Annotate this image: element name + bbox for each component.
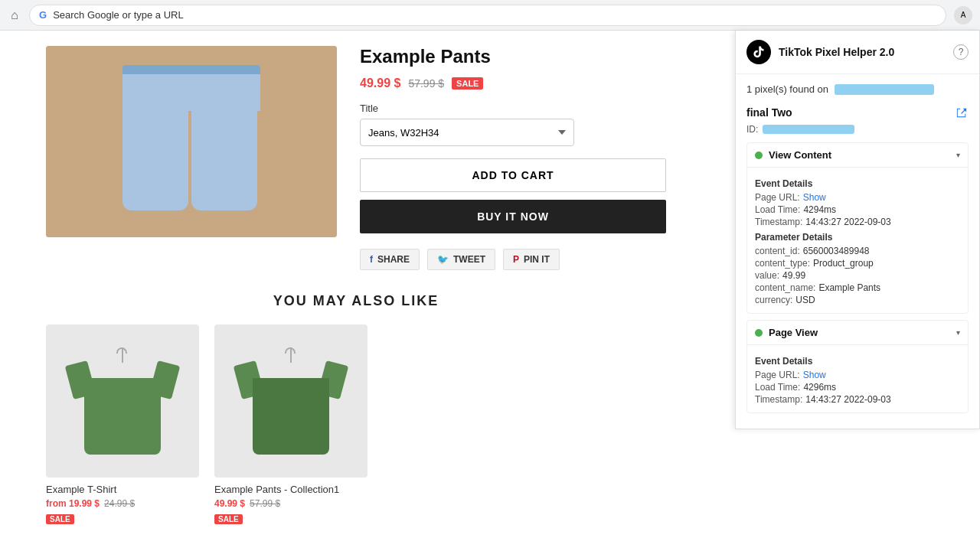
page-view-header-left: Page View [755,327,818,338]
jeans-legs [122,111,260,210]
load-time-row: Load Time: 4294ms [755,204,960,215]
content-id-row: content_id: 6560003489948 [755,246,960,256]
pv-load-time-key: Load Time: [755,382,800,393]
price-original: 57.99 $ [408,77,444,90]
pv-page-url-key: Page URL: [755,370,800,380]
page-view-chevron: ▾ [956,328,960,337]
product-card-pants: Example Pants - Collection1 49.99 $ 57.9… [214,324,368,524]
events-scroll-area[interactable]: View Content ▾ Event Details Page URL: S… [746,142,969,419]
tshirt-visual [77,347,168,455]
content-type-key: content_type: [755,258,810,269]
recommended-section-title: YOU MAY ALSO LIKE [46,293,666,309]
page-view-header[interactable]: Page View ▾ [747,321,968,344]
twitter-icon: 🐦 [437,254,449,265]
share-bar: f SHARE 🐦 TWEET P PIN IT [360,249,666,270]
content-name-val: Example Pants [818,282,880,293]
page-view-details-title: Event Details [755,356,960,367]
share-label: SHARE [377,254,410,265]
pv-page-url-value[interactable]: Show [803,370,826,380]
jeans-leg-right [191,111,257,210]
twitter-share-button[interactable]: 🐦 TWEET [427,249,495,270]
google-icon: G [39,9,47,21]
add-to-cart-button[interactable]: ADD TO CART [360,158,666,192]
price-current: 49.99 $ [360,77,400,90]
card-name-1: Example T-Shirt [46,484,199,495]
tshirt-hanger-2 [290,347,292,363]
panel-header-left: TikTok Pixel Helper 2.0 [746,40,894,64]
shop-content: Example Pants 49.99 $ 57.99 $ SALE Title… [0,31,712,540]
page-view-body: Event Details Page URL: Show Load Time: … [747,344,968,412]
pv-load-time-value: 4296ms [803,382,836,393]
timestamp-key: Timestamp: [755,217,802,227]
value-row: value: 49.99 [755,270,960,281]
tshirt-hanger [122,347,123,363]
products-grid: Example T-Shirt from 19.99 $ 24.99 $ SAL… [46,324,666,524]
pixel-id-value [763,125,854,134]
view-content-header[interactable]: View Content ▾ [747,143,968,167]
tiktok-panel: TikTok Pixel Helper 2.0 ? 1 pixel(s) fou… [735,31,980,429]
panel-title: TikTok Pixel Helper 2.0 [779,46,894,58]
address-bar[interactable]: G Search Google or type a URL [29,5,946,26]
page-container: Example Pants 49.99 $ 57.99 $ SALE Title… [0,31,980,540]
tweet-label: TWEET [453,254,485,265]
tshirt-body-2 [253,378,329,455]
pinterest-icon: P [513,254,519,265]
jeans-waistband [122,65,260,74]
home-icon[interactable]: ⌂ [8,8,21,22]
card-sale-badge-2: SALE [214,514,243,524]
pixel-section: final Two ID: [746,106,969,135]
content-id-key: content_id: [755,246,800,256]
tshirt-body [84,378,161,455]
card-price-current-2: 49.99 $ [214,498,245,509]
pv-timestamp-value: 14:43:27 2022-09-03 [805,394,890,405]
page-url-value[interactable]: Show [803,192,826,203]
pinterest-share-button[interactable]: P PIN IT [503,249,560,270]
jeans-top [122,74,260,111]
help-icon[interactable]: ? [953,44,969,60]
content-type-row: content_type: Product_group [755,258,960,269]
pixel-name-row: final Two [746,106,969,119]
external-link-icon[interactable] [955,106,969,119]
load-time-value: 4294ms [803,204,836,215]
view-content-label: View Content [769,149,831,161]
jeans-shape [122,65,260,218]
product-card-tshirt: Example T-Shirt from 19.99 $ 24.99 $ SAL… [46,324,199,524]
event-details-title: Event Details [755,178,960,189]
pv-load-time-row: Load Time: 4296ms [755,382,960,393]
event-header-left: View Content [755,149,831,161]
jeans-leg-left [122,111,188,210]
product-image [46,46,337,237]
tiktok-logo [746,40,771,64]
tshirt-image[interactable] [46,324,199,478]
title-select[interactable]: Jeans, W32H34 [360,119,574,146]
browser-bar: ⌂ G Search Google or type a URL A [0,0,980,31]
card-price-current-1: from 19.99 $ [46,498,100,509]
content-type-val: Product_group [813,258,874,269]
address-text: Search Google or type a URL [53,9,184,21]
view-content-event: View Content ▾ Event Details Page URL: S… [746,142,969,314]
card-prices-2: 49.99 $ 57.99 $ [214,498,368,509]
tshirt-neck-2 [279,363,302,378]
currency-key: currency: [755,295,792,305]
event-dot-green [755,152,763,159]
jeans-visual [46,46,337,237]
params-title: Parameter Details [755,232,960,243]
pv-timestamp-row: Timestamp: 14:43:27 2022-09-03 [755,394,960,405]
pv-timestamp-key: Timestamp: [755,394,802,405]
load-time-key: Load Time: [755,204,800,215]
pv-page-url-row: Page URL: Show [755,370,960,380]
buy-now-button[interactable]: BUY IT NOW [360,200,666,233]
facebook-share-button[interactable]: f SHARE [360,249,420,270]
content-name-key: content_name: [755,282,815,293]
value-key: value: [755,270,779,281]
page-view-dot [755,329,763,337]
pixels-found-text: 1 pixel(s) found on [746,83,828,95]
pants-collection-image[interactable] [214,324,368,478]
content-id-val: 6560003489948 [803,246,870,256]
browser-right-icons: A [954,6,972,24]
pixel-id-label: ID: [746,124,758,135]
card-name-2: Example Pants - Collection1 [214,484,368,495]
user-avatar: A [954,6,972,24]
pin-label: PIN IT [524,254,550,265]
price-row: 49.99 $ 57.99 $ SALE [360,77,666,90]
